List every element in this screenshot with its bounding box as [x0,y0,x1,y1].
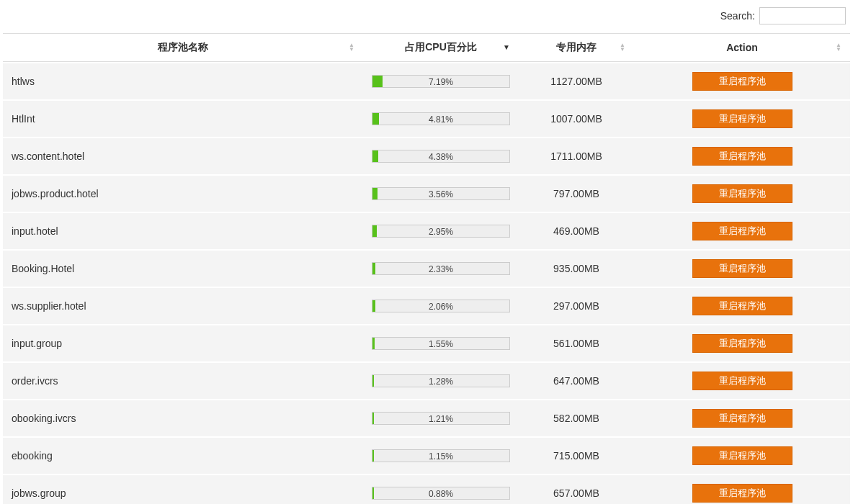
cpu-cell: 4.81% [363,101,519,137]
cpu-cell: 1.28% [363,363,519,399]
restart-pool-button[interactable]: 重启程序池 [692,147,792,166]
cpu-progress: 1.21% [372,412,510,425]
cpu-cell: 1.21% [363,400,519,436]
cpu-progress: 1.28% [372,374,510,387]
action-cell: 重启程序池 [634,325,850,361]
restart-pool-button[interactable]: 重启程序池 [692,484,792,503]
action-cell: 重启程序池 [634,251,850,287]
cpu-progress-text: 3.56% [372,188,509,199]
cpu-progress: 4.38% [372,150,510,163]
memory-cell: 582.00MB [519,400,634,436]
restart-pool-button[interactable]: 重启程序池 [692,184,792,203]
memory-cell: 797.00MB [519,176,634,212]
table-row: jobws.group0.88%657.00MB重启程序池 [3,475,850,504]
pool-name-cell: Booking.Hotel [3,251,363,287]
memory-cell: 647.00MB [519,363,634,399]
action-cell: 重启程序池 [634,63,850,99]
table-row: Booking.Hotel2.33%935.00MB重启程序池 [3,251,850,287]
cpu-progress: 1.55% [372,337,510,350]
cpu-progress-text: 1.28% [372,375,509,387]
table-row: htlws7.19%1127.00MB重启程序池 [3,63,850,99]
restart-pool-button[interactable]: 重启程序池 [692,297,792,315]
restart-pool-button[interactable]: 重启程序池 [692,259,792,278]
search-label: Search: [720,10,755,22]
app-pool-table: 程序池名称 ▲▼ 占用CPU百分比 ▼ 专用内存 ▲▼ [3,32,850,504]
memory-cell: 297.00MB [519,288,634,324]
cpu-progress: 1.15% [372,449,510,462]
cpu-cell: 1.55% [363,325,519,361]
table-row: input.group1.55%561.00MB重启程序池 [3,325,850,361]
cpu-cell: 0.88% [363,475,519,504]
pool-name-cell: jobws.product.hotel [3,176,363,212]
table-row: ws.content.hotel4.38%1711.00MB重启程序池 [3,138,850,174]
pool-name-cell: htlws [3,63,363,99]
pool-name-cell: input.group [3,325,363,361]
cpu-cell: 4.38% [363,138,519,174]
cpu-cell: 2.06% [363,288,519,324]
cpu-cell: 2.33% [363,251,519,287]
action-cell: 重启程序池 [634,400,850,436]
table-row: input.hotel2.95%469.00MB重启程序池 [3,213,850,249]
cpu-progress-text: 1.55% [372,338,509,349]
pool-name-cell: obooking.ivcrs [3,400,363,436]
restart-pool-button[interactable]: 重启程序池 [692,446,792,465]
action-cell: 重启程序池 [634,363,850,399]
memory-cell: 935.00MB [519,251,634,287]
cpu-cell: 2.95% [363,213,519,249]
action-cell: 重启程序池 [634,288,850,324]
table-row: order.ivcrs1.28%647.00MB重启程序池 [3,363,850,399]
col-header-action[interactable]: Action ▲▼ [634,33,850,62]
sort-indicator-icon: ▲▼ [349,43,354,52]
search-input[interactable] [759,7,846,24]
action-cell: 重启程序池 [634,176,850,212]
cpu-progress-text: 2.06% [372,300,509,312]
action-cell: 重启程序池 [634,138,850,174]
cpu-progress: 2.95% [372,225,510,238]
restart-pool-button[interactable]: 重启程序池 [692,334,792,353]
cpu-cell: 1.15% [363,438,519,474]
cpu-progress: 0.88% [372,487,510,500]
table-row: ws.supplier.hotel2.06%297.00MB重启程序池 [3,288,850,324]
pool-name-cell: HtlInt [3,101,363,137]
col-header-memory-label: 专用内存 [556,41,597,53]
cpu-progress-text: 0.88% [372,487,509,499]
col-header-name[interactable]: 程序池名称 ▲▼ [3,33,363,62]
cpu-progress: 2.33% [372,262,510,275]
action-cell: 重启程序池 [634,475,850,504]
table-row: HtlInt4.81%1007.00MB重启程序池 [3,101,850,137]
pool-name-cell: input.hotel [3,213,363,249]
pool-name-cell: ws.supplier.hotel [3,288,363,324]
cpu-progress-text: 4.38% [372,150,509,162]
memory-cell: 715.00MB [519,438,634,474]
table-header-row: 程序池名称 ▲▼ 占用CPU百分比 ▼ 专用内存 ▲▼ [3,33,850,62]
sort-indicator-icon: ▲▼ [620,43,625,52]
sort-indicator-icon: ▼ [503,45,510,50]
restart-pool-button[interactable]: 重启程序池 [692,72,792,91]
col-header-action-label: Action [726,42,758,53]
cpu-progress-text: 7.19% [372,76,509,87]
cpu-progress-text: 1.15% [372,450,509,462]
restart-pool-button[interactable]: 重启程序池 [692,372,792,390]
memory-cell: 1711.00MB [519,138,634,174]
pool-name-cell: jobws.group [3,475,363,504]
pool-name-cell: ebooking [3,438,363,474]
cpu-progress-text: 2.95% [372,225,509,237]
memory-cell: 657.00MB [519,475,634,504]
cpu-cell: 3.56% [363,176,519,212]
table-row: jobws.product.hotel3.56%797.00MB重启程序池 [3,176,850,212]
memory-cell: 561.00MB [519,325,634,361]
pool-name-cell: order.ivcrs [3,363,363,399]
cpu-progress: 2.06% [372,300,510,312]
cpu-cell: 7.19% [363,63,519,99]
restart-pool-button[interactable]: 重启程序池 [692,109,792,128]
pool-name-cell: ws.content.hotel [3,138,363,174]
memory-cell: 1127.00MB [519,63,634,99]
restart-pool-button[interactable]: 重启程序池 [692,409,792,428]
col-header-cpu[interactable]: 占用CPU百分比 ▼ [363,33,519,62]
cpu-progress-text: 4.81% [372,113,509,125]
restart-pool-button[interactable]: 重启程序池 [692,222,792,240]
col-header-memory[interactable]: 专用内存 ▲▼ [519,33,634,62]
col-header-name-label: 程序池名称 [158,41,208,53]
cpu-progress: 4.81% [372,112,510,125]
col-header-cpu-label: 占用CPU百分比 [405,41,477,53]
